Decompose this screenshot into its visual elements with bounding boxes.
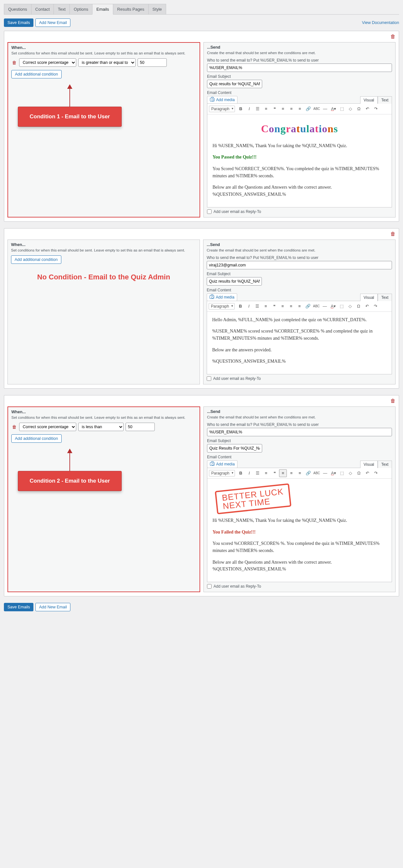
- subject-input[interactable]: [207, 80, 262, 88]
- clear-format-icon[interactable]: ⬚: [338, 469, 346, 477]
- editor-tab-text[interactable]: Text: [378, 96, 392, 104]
- link-icon[interactable]: 🔗: [304, 302, 312, 310]
- tab-questions[interactable]: Questions: [4, 4, 31, 14]
- align-left-icon[interactable]: ≡: [279, 469, 287, 477]
- add-media-button[interactable]: Add media: [207, 460, 237, 468]
- add-media-button[interactable]: Add media: [207, 293, 237, 301]
- subject-input[interactable]: [207, 444, 262, 453]
- quote-icon[interactable]: ❝: [270, 105, 279, 113]
- editor-tab-visual[interactable]: Visual: [360, 96, 378, 104]
- strike-icon[interactable]: ABC: [313, 105, 321, 113]
- condition-value-input[interactable]: [125, 423, 155, 431]
- add-new-email-button[interactable]: Add New Email: [35, 19, 70, 27]
- hr-icon[interactable]: —: [321, 105, 329, 113]
- format-select[interactable]: Paragraph: [209, 106, 235, 112]
- reply-to-checkbox-label[interactable]: Add user email as Reply-To: [207, 209, 392, 214]
- subject-input[interactable]: [207, 277, 262, 285]
- align-center-icon[interactable]: ≡: [287, 302, 295, 310]
- editor-tab-text[interactable]: Text: [378, 293, 392, 301]
- special-char-icon[interactable]: Ω: [355, 105, 363, 113]
- align-right-icon[interactable]: ≡: [296, 105, 304, 113]
- italic-icon[interactable]: I: [245, 105, 253, 113]
- condition-operator-select[interactable]: is less than: [78, 423, 124, 431]
- quote-icon[interactable]: ❝: [270, 469, 279, 477]
- editor-tab-text[interactable]: Text: [378, 461, 392, 468]
- editor-body[interactable]: BETTER LUCK NEXT TIME Hi %USER_NAME%, Th…: [207, 479, 392, 582]
- eraser-icon[interactable]: ◇: [347, 469, 354, 477]
- format-select[interactable]: Paragraph: [209, 303, 235, 310]
- to-input[interactable]: [207, 428, 392, 436]
- text-color-icon[interactable]: A ▾: [330, 469, 338, 477]
- eraser-icon[interactable]: ◇: [346, 302, 354, 310]
- add-condition-button[interactable]: Add additional condition: [11, 434, 62, 443]
- tab-emails[interactable]: Emails: [92, 4, 113, 14]
- reply-to-checkbox[interactable]: [207, 209, 211, 214]
- delete-condition-icon[interactable]: 🗑: [11, 424, 17, 430]
- bullet-list-icon[interactable]: ☰: [254, 105, 261, 113]
- align-center-icon[interactable]: ≡: [287, 105, 295, 113]
- tab-text[interactable]: Text: [54, 4, 70, 14]
- save-emails-button[interactable]: Save Emails: [4, 19, 33, 27]
- italic-icon[interactable]: I: [245, 302, 253, 310]
- italic-icon[interactable]: I: [245, 469, 253, 477]
- text-color-icon[interactable]: A ▾: [330, 105, 338, 113]
- add-condition-button[interactable]: Add additional condition: [11, 255, 61, 264]
- special-char-icon[interactable]: Ω: [355, 302, 363, 310]
- undo-icon[interactable]: ↶: [363, 302, 371, 310]
- hr-icon[interactable]: —: [321, 302, 329, 310]
- bold-icon[interactable]: B: [237, 105, 244, 113]
- link-icon[interactable]: 🔗: [305, 469, 312, 477]
- align-right-icon[interactable]: ≡: [296, 302, 304, 310]
- bold-icon[interactable]: B: [236, 302, 244, 310]
- align-left-icon[interactable]: ≡: [279, 105, 287, 113]
- bullet-list-icon[interactable]: ☰: [254, 469, 261, 477]
- number-list-icon[interactable]: ≡: [262, 469, 270, 477]
- strike-icon[interactable]: ABC: [313, 469, 321, 477]
- reply-to-checkbox-label[interactable]: Add user email as Reply-To: [207, 376, 392, 381]
- tab-options[interactable]: Options: [69, 4, 92, 14]
- undo-icon[interactable]: ↶: [364, 469, 371, 477]
- condition-operator-select[interactable]: is greater than or equal to: [78, 58, 136, 67]
- condition-value-input[interactable]: [138, 58, 167, 67]
- view-documentation-link[interactable]: View Documentation: [362, 21, 399, 25]
- redo-icon[interactable]: ↷: [372, 469, 380, 477]
- bullet-list-icon[interactable]: ☰: [253, 302, 261, 310]
- add-media-button[interactable]: Add media: [207, 96, 237, 104]
- delete-email-icon[interactable]: 🗑: [390, 398, 396, 404]
- clear-format-icon[interactable]: ⬚: [338, 302, 346, 310]
- redo-icon[interactable]: ↷: [372, 105, 380, 113]
- reply-to-checkbox-label[interactable]: Add user email as Reply-To: [207, 584, 392, 589]
- add-new-email-button[interactable]: Add New Email: [35, 603, 70, 611]
- redo-icon[interactable]: ↷: [372, 302, 379, 310]
- format-select[interactable]: Paragraph: [209, 470, 235, 476]
- hr-icon[interactable]: —: [321, 469, 329, 477]
- delete-condition-icon[interactable]: 🗑: [11, 60, 17, 65]
- align-left-icon[interactable]: ≡: [279, 302, 287, 310]
- tab-style[interactable]: Style: [148, 4, 166, 14]
- editor-body[interactable]: Congratulations Hi %USER_NAME%, Thank Yo…: [207, 115, 392, 207]
- eraser-icon[interactable]: ◇: [347, 105, 354, 113]
- save-emails-button[interactable]: Save Emails: [4, 603, 33, 611]
- number-list-icon[interactable]: ≡: [262, 105, 270, 113]
- undo-icon[interactable]: ↶: [364, 105, 371, 113]
- align-center-icon[interactable]: ≡: [287, 469, 295, 477]
- tab-contact[interactable]: Contact: [31, 4, 54, 14]
- condition-field-select[interactable]: Correct score percentage: [19, 58, 76, 67]
- align-right-icon[interactable]: ≡: [296, 469, 304, 477]
- condition-field-select[interactable]: Correct score percentage: [19, 423, 76, 431]
- delete-email-icon[interactable]: 🗑: [390, 34, 396, 39]
- editor-tab-visual[interactable]: Visual: [360, 461, 378, 468]
- quote-icon[interactable]: ❝: [270, 302, 278, 310]
- strike-icon[interactable]: ABC: [313, 302, 320, 310]
- link-icon[interactable]: 🔗: [305, 105, 312, 113]
- delete-email-icon[interactable]: 🗑: [390, 231, 396, 237]
- clear-format-icon[interactable]: ⬚: [338, 105, 346, 113]
- text-color-icon[interactable]: A ▾: [329, 302, 337, 310]
- reply-to-checkbox[interactable]: [207, 376, 211, 381]
- reply-to-checkbox[interactable]: [207, 584, 211, 589]
- to-input[interactable]: [207, 261, 392, 269]
- bold-icon[interactable]: B: [237, 469, 244, 477]
- to-input[interactable]: [207, 64, 392, 72]
- special-char-icon[interactable]: Ω: [355, 469, 363, 477]
- number-list-icon[interactable]: ≡: [262, 302, 270, 310]
